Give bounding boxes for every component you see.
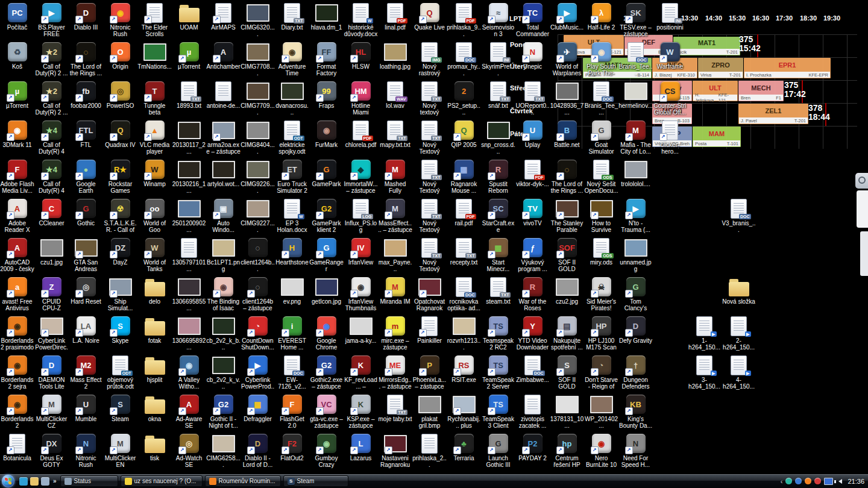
desktop-icon[interactable]: ◉↗Borderlands 2 prasimodo	[0, 315, 34, 351]
desktop-icon[interactable]: R↗Spustit Reborn	[481, 158, 515, 194]
schedule-lesson-block[interactable]: ZPROViriusT-201	[698, 58, 743, 78]
desktop-icon[interactable]: ▶↗N'to - Trauma (...	[618, 198, 653, 233]
desktop-icon[interactable]: CS↗Counter-Stri Global Off...	[653, 80, 687, 116]
desktop-icon[interactable]: PCPočítač	[0, 2, 34, 31]
desktop-icon[interactable]: TS↗Teamspeak 2 RC2	[481, 315, 515, 351]
desktop-icon[interactable]: S↗Steam	[103, 393, 137, 422]
desktop-icon[interactable]: P↗PhoenixLa... – zástupce	[412, 354, 447, 390]
desktop-icon[interactable]: ◌↗The Lord of the Rings ...	[69, 41, 103, 77]
desktop-icon[interactable]: WEP 3 Holan.docx	[275, 198, 309, 233]
desktop-icon[interactable]: INISkyrimPref...	[481, 41, 515, 77]
desktop-icon[interactable]: ↗Botanicula	[0, 433, 34, 461]
desktop-icon[interactable]: TV↗vivoTV	[515, 198, 550, 227]
desktop-icon[interactable]: Q↗QIP 2005	[447, 119, 481, 148]
desktop-icon[interactable]: R↗War of the Roses	[515, 276, 550, 311]
desktop-icon[interactable]: ↗The Elder Scrolls Con...	[137, 2, 172, 37]
desktop-icon[interactable]: H↗Hearthstone	[275, 237, 309, 266]
taskbar-window-button[interactable]: uz ses naucenej ? (O...	[121, 475, 203, 487]
desktop-icon[interactable]: IV↗IrfanView	[344, 237, 378, 266]
desktop-icon[interactable]: TXTNový Textový dokument ...	[412, 237, 447, 272]
desktop-icon[interactable]: DOCrocnikovka optiika- ad...	[447, 276, 481, 311]
desktop-icon[interactable]: ◌client1264b...	[241, 237, 275, 272]
desktop-icon[interactable]: A↗Ad-Aware SE Professional	[172, 393, 206, 429]
desktop-icon[interactable]: ƒ↗Výukový program ...	[515, 237, 550, 272]
desktop-icon[interactable]: fotak	[137, 315, 172, 344]
desktop-icon[interactable]: G↗GamePark	[309, 158, 344, 187]
schedule-lesson-block[interactable]: ZEL1J. PavelT-201	[738, 104, 808, 124]
desktop-icon[interactable]: ★4↗Call of Duty(R) 4 -...	[34, 158, 69, 194]
schedule-lesson-block[interactable]: MAMPostaT-101	[693, 127, 741, 147]
desktop-icon[interactable]: TXTmapy.txt.txt	[378, 119, 412, 148]
desktop-icon[interactable]: ↗Painkiller	[412, 315, 447, 344]
desktop-icon[interactable]: ▤↗Nakupujte spotřební ...	[550, 315, 584, 351]
desktop-icon[interactable]: ◉↗Google Chrome	[309, 315, 344, 351]
desktop-icon[interactable]: N↗Need For Speed H...	[618, 433, 653, 468]
desktop-icon[interactable]: Bc1LPT1.png	[206, 237, 241, 272]
network-tray-icon[interactable]	[824, 478, 833, 485]
desktop-icon[interactable]: CIMG9226....	[241, 158, 275, 194]
desktop-icon[interactable]: ▶3-h264_150...	[687, 354, 722, 390]
desktop-icon[interactable]: ▶↗BS.Player FREE	[34, 2, 69, 37]
desktop-icon[interactable]: O↗Origin	[103, 41, 137, 70]
desktop-icon[interactable]: DZ↗DayZ	[103, 237, 137, 266]
desktop-icon[interactable]: TXTNový Textový dokument ...	[412, 158, 447, 194]
desktop-icon[interactable]: ▣↗Auto Windo...	[206, 198, 241, 233]
volume-tray-icon[interactable]	[836, 479, 842, 484]
desktop-icon[interactable]: tisk	[137, 433, 172, 461]
desktop-icon[interactable]: DOCBranis_Tee_...	[584, 80, 618, 116]
desktop-icon[interactable]: W↗World of Tanks	[137, 237, 172, 272]
desktop-icon[interactable]: ↗clicker-hero...	[653, 119, 687, 155]
desktop-icon[interactable]: unnamed.jpg	[618, 237, 653, 272]
desktop-icon[interactable]: ★4↗Call of Duty(R) 4 -...	[34, 119, 69, 155]
desktop-icon[interactable]: ↗The Stanley Parable	[550, 198, 584, 233]
desktop-icon[interactable]: 10428936_7...	[550, 80, 584, 116]
desktop-icon[interactable]: TXTNový Textový dokument ...	[412, 198, 447, 233]
desktop-icon[interactable]: ≈↗Seismovision 3	[481, 2, 515, 37]
desktop-icon[interactable]: ◉↗Gumboy Crazy Feat...	[309, 433, 344, 468]
desktop-icon[interactable]: G↗Gothic	[69, 198, 103, 227]
desktop-icon[interactable]: LA↗L.A. Noire	[69, 315, 103, 344]
desktop-icon[interactable]: M2↗Mass Effect 2	[69, 354, 103, 390]
desktop-icon[interactable]: WP_201402...	[584, 393, 618, 429]
desktop-icon[interactable]: R★↗Rockstar Games Soci...	[103, 158, 137, 194]
quick-launch-overflow-chevron[interactable]: »	[53, 478, 57, 484]
desktop-icon[interactable]: max_Payne...	[378, 237, 412, 272]
desktop-icon[interactable]: M↗MultiClicker EN	[103, 433, 137, 468]
desktop-icon[interactable]: dvanacrosu...	[275, 80, 309, 116]
desktop-icon[interactable]: D↗Diablo II - Lord of D...	[241, 433, 275, 468]
desktop-icon[interactable]: G2↗GamePark klient 2	[309, 198, 344, 233]
desktop-icon[interactable]: G↗GameRanger	[309, 237, 344, 272]
desktop-icon[interactable]: TS↗TeamSpeak 2 Server	[481, 354, 515, 390]
alert-tray-icon[interactable]	[814, 478, 821, 484]
desktop-icon[interactable]: ▶1-h264_150...	[687, 315, 722, 351]
desktop-icon[interactable]: 99↗Fraps	[309, 80, 344, 109]
desktop-icon[interactable]: TXTmoje taby.txt	[378, 393, 412, 422]
desktop-icon[interactable]: ODTobjemový průtok.odt	[103, 354, 137, 390]
desktop-icon[interactable]: CIMG9227....	[241, 198, 275, 233]
desktop-icon[interactable]: S↗SOF II GOLD Multiplayer	[550, 354, 584, 390]
desktop-icon[interactable]: ◉↗Nero BurnLite 10	[584, 433, 618, 468]
desktop-icon[interactable]: Y↗YTD Video Downloader	[515, 315, 550, 351]
desktop-icon[interactable]: delo	[137, 276, 172, 305]
desktop-icon[interactable]: ◉↗The Binding of Isaac	[206, 276, 241, 311]
desktop-icon[interactable]: ODTelektricke spojky.odt	[275, 119, 309, 155]
desktop-icon[interactable]: TmNations...	[137, 41, 172, 70]
desktop-icon[interactable]: antoine-de...	[206, 80, 241, 109]
desktop-icon[interactable]: FF↗Format Factory	[309, 41, 344, 77]
desktop-icon[interactable]: TXTsnář.txt	[481, 80, 515, 109]
desktop-icon[interactable]: m↗mirc.exe – zástupce	[378, 315, 412, 351]
desktop-icon[interactable]: Q↗Quake Live	[412, 2, 447, 31]
desktop-icon[interactable]: LOGInflux_PS.log	[344, 198, 378, 233]
desktop-icon[interactable]: A↗Antichamber	[206, 41, 241, 70]
desktop-icon[interactable]: ↗GTA San Andreas	[69, 237, 103, 272]
desktop-icon[interactable]: PDFlinal.pdf	[378, 2, 412, 31]
desktop-icon[interactable]: ↗CyberLink PowerDirec...	[34, 315, 69, 351]
desktop-icon[interactable]: †↗Dungeon Defenders	[618, 354, 653, 390]
desktop-icon[interactable]: ↗Ship Simulat...	[103, 276, 137, 311]
desktop-icon[interactable]: rozvrh1213...	[447, 315, 481, 351]
desktop-icon[interactable]: ◉↗Nitronic Rush Feedback	[103, 2, 137, 37]
schedule-lesson-block[interactable]: EPR1I. ProchazkaKFE-EPR	[744, 58, 831, 78]
desktop-icon[interactable]: ◎↗Ad-Watch SE Professional	[172, 433, 206, 468]
desktop-icon[interactable]: TXT18993.txt	[172, 80, 206, 109]
desktop-icon[interactable]: SK↗TESV.exe – zástupce	[618, 2, 653, 37]
